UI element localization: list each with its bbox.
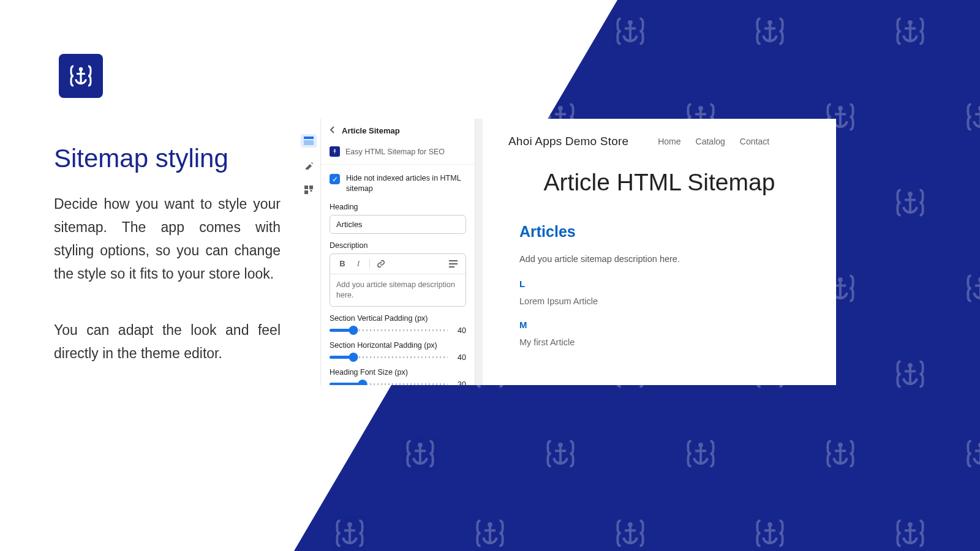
italic-button[interactable]: I bbox=[351, 257, 366, 271]
svg-rect-128 bbox=[64, 530, 75, 532]
description-textarea[interactable]: Add you article sitemap description here… bbox=[330, 274, 466, 306]
back-icon[interactable] bbox=[328, 126, 337, 136]
description-editor: B I Add you article sitemap description … bbox=[330, 253, 466, 307]
bold-button[interactable]: B bbox=[335, 257, 350, 271]
svg-rect-62 bbox=[905, 199, 916, 201]
rail-sections-icon[interactable] bbox=[301, 134, 317, 148]
sh-padding-label: Section Horizontal Padding (px) bbox=[330, 341, 466, 350]
heading-input[interactable] bbox=[330, 215, 466, 234]
pattern-anchor-icon bbox=[191, 514, 229, 551]
more-formatting-button[interactable] bbox=[446, 257, 461, 271]
svg-rect-133 bbox=[349, 526, 351, 543]
svg-rect-139 bbox=[629, 526, 631, 543]
svg-rect-85 bbox=[69, 367, 71, 384]
pattern-anchor-icon bbox=[962, 98, 980, 138]
app-line[interactable]: Easy HTML Sitemap for SEO bbox=[321, 142, 475, 165]
svg-rect-159 bbox=[449, 263, 458, 264]
svg-rect-41 bbox=[975, 113, 980, 116]
svg-point-27 bbox=[418, 106, 423, 111]
svg-point-108 bbox=[278, 443, 283, 448]
store-nav: Home Catalog Contact bbox=[658, 137, 769, 146]
theme-preview: Ahoi Apps Demo Store Home Catalog Contac… bbox=[475, 119, 836, 385]
svg-rect-89 bbox=[205, 370, 216, 373]
svg-rect-10 bbox=[489, 24, 491, 41]
sv-padding-slider[interactable] bbox=[330, 329, 448, 331]
sh-padding-value: 40 bbox=[454, 353, 466, 362]
svg-rect-119 bbox=[695, 450, 706, 452]
svg-rect-134 bbox=[344, 530, 355, 532]
svg-rect-110 bbox=[275, 450, 286, 452]
svg-rect-35 bbox=[695, 113, 706, 116]
group-letter: M bbox=[519, 320, 799, 330]
svg-point-0 bbox=[67, 20, 72, 25]
svg-point-3 bbox=[208, 20, 213, 25]
pattern-anchor-icon bbox=[331, 514, 369, 551]
svg-rect-29 bbox=[415, 113, 426, 116]
rail-theme-icon[interactable] bbox=[301, 159, 317, 172]
pattern-anchor-icon bbox=[121, 98, 159, 138]
svg-rect-160 bbox=[449, 266, 454, 268]
svg-rect-109 bbox=[279, 446, 282, 463]
svg-rect-107 bbox=[135, 450, 146, 452]
anchor-icon bbox=[66, 61, 96, 91]
svg-rect-16 bbox=[769, 24, 771, 41]
svg-rect-1 bbox=[69, 24, 71, 41]
svg-rect-32 bbox=[555, 113, 566, 116]
svg-rect-19 bbox=[909, 24, 911, 41]
nav-contact[interactable]: Contact bbox=[740, 137, 769, 146]
svg-rect-125 bbox=[975, 450, 980, 452]
store-name: Ahoi Apps Demo Store bbox=[508, 135, 628, 148]
svg-rect-137 bbox=[484, 530, 496, 532]
pattern-anchor-icon bbox=[471, 12, 509, 53]
pattern-anchor-icon bbox=[401, 435, 439, 475]
svg-rect-131 bbox=[205, 530, 216, 532]
article-link[interactable]: Lorem Ipsum Article bbox=[519, 296, 799, 306]
svg-rect-127 bbox=[69, 526, 71, 543]
marketing-paragraph-2: You can adapt the look and feel directly… bbox=[54, 319, 281, 365]
svg-rect-106 bbox=[139, 446, 141, 463]
heading-label: Heading bbox=[330, 203, 466, 211]
preview-hero-title: Article HTML Sitemap bbox=[483, 158, 836, 223]
svg-rect-130 bbox=[209, 526, 211, 543]
app-logo bbox=[59, 54, 103, 98]
svg-point-105 bbox=[138, 443, 143, 448]
svg-rect-122 bbox=[835, 450, 846, 452]
pattern-anchor-icon bbox=[51, 514, 89, 551]
pattern-anchor-icon bbox=[821, 435, 859, 475]
svg-rect-146 bbox=[905, 530, 916, 532]
svg-rect-38 bbox=[835, 113, 846, 116]
svg-rect-156 bbox=[334, 150, 335, 154]
sv-padding-value: 40 bbox=[454, 326, 466, 335]
rail-apps-icon[interactable] bbox=[301, 183, 317, 197]
settings-panel: Article Sitemap Easy HTML Sitemap for SE… bbox=[321, 119, 475, 385]
svg-rect-11 bbox=[484, 28, 496, 30]
pattern-anchor-icon bbox=[891, 514, 929, 551]
app-name: Easy HTML Sitemap for SEO bbox=[345, 148, 445, 156]
svg-rect-116 bbox=[555, 450, 566, 452]
marketing-paragraph-1: Decide how you want to style your sitema… bbox=[54, 193, 281, 286]
svg-rect-145 bbox=[909, 526, 911, 543]
svg-rect-4 bbox=[209, 24, 211, 41]
pattern-anchor-icon bbox=[611, 514, 649, 551]
pattern-anchor-icon bbox=[891, 355, 929, 395]
svg-rect-26 bbox=[275, 113, 286, 116]
link-button[interactable] bbox=[374, 257, 388, 271]
article-link[interactable]: My first Article bbox=[519, 337, 799, 347]
nav-catalog[interactable]: Catalog bbox=[696, 137, 725, 146]
nav-home[interactable]: Home bbox=[658, 137, 680, 146]
hide-not-indexed-checkbox[interactable]: ✓ bbox=[330, 174, 340, 184]
svg-rect-118 bbox=[699, 446, 702, 463]
svg-rect-8 bbox=[344, 28, 355, 30]
svg-rect-7 bbox=[349, 24, 351, 41]
svg-rect-113 bbox=[415, 450, 426, 452]
group-letter: L bbox=[519, 279, 799, 289]
pattern-anchor-icon bbox=[891, 12, 929, 53]
pattern-anchor-icon bbox=[682, 435, 720, 475]
svg-rect-20 bbox=[905, 28, 916, 30]
sv-padding-label: Section Vertical Padding (px) bbox=[330, 314, 466, 323]
sh-padding-slider[interactable] bbox=[330, 356, 448, 358]
description-label: Description bbox=[330, 241, 466, 250]
heading-font-slider[interactable] bbox=[330, 383, 448, 385]
panel-title: Article Sitemap bbox=[342, 126, 400, 135]
svg-rect-61 bbox=[909, 195, 911, 212]
